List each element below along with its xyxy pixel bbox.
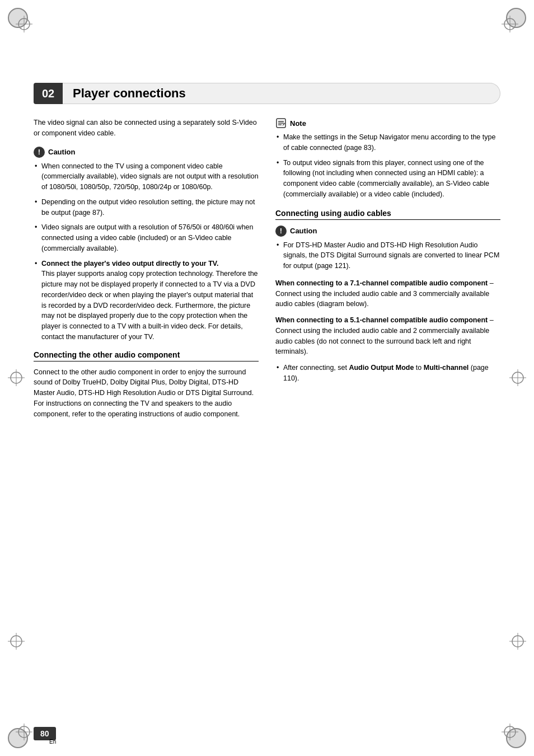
caution-header-right: ! Caution xyxy=(275,226,500,237)
chapter-title-bar: Player connections xyxy=(63,83,500,104)
note-icon xyxy=(275,118,287,129)
crosshair-low-right xyxy=(509,633,526,650)
crosshair-br xyxy=(502,724,518,740)
chapter-header: 02 Player connections xyxy=(34,83,500,104)
after-item: After connecting, set Audio Output Mode … xyxy=(275,363,500,384)
note-label: Note xyxy=(290,119,306,128)
section-heading-audio: Connecting the other audio component xyxy=(34,350,259,361)
caution-box-left: ! Caution When connected to the TV using… xyxy=(34,147,259,342)
caution-item-4: Connect the player's video output direct… xyxy=(34,259,259,342)
caution-item-3: Video signals are output with a resoluti… xyxy=(34,222,259,253)
note-header: Note xyxy=(275,118,500,129)
note-list: Make the settings in the Setup Navigator… xyxy=(275,132,500,200)
caution-header-left: ! Caution xyxy=(34,147,259,158)
crosshair-mid-right xyxy=(509,369,526,386)
section-heading-audio-cables: Connecting using audio cables xyxy=(275,209,500,220)
after-text: After connecting, set xyxy=(283,364,349,372)
after-list: After connecting, set Audio Output Mode … xyxy=(275,363,500,384)
note-item-2: To output video signals from this player… xyxy=(275,158,500,200)
para-71: When connecting to a 7.1-channel compati… xyxy=(275,278,500,309)
caution-icon-left: ! xyxy=(34,147,45,158)
crosshair-tl xyxy=(16,16,32,32)
page-lang: En xyxy=(49,739,56,745)
chapter-title: Player connections xyxy=(73,86,186,101)
crosshair-tr xyxy=(502,16,518,32)
section-audio-text: Connect to the other audio component in … xyxy=(34,367,259,420)
caution-item-right-1: For DTS-HD Master Audio and DTS-HD High … xyxy=(275,240,500,271)
after-bold2: Multi-channel xyxy=(424,364,469,372)
caution-item-2: Depending on the output video resolution… xyxy=(34,197,259,218)
intro-text: The video signal can also be connected u… xyxy=(34,118,259,139)
after-bold1: Audio Output Mode xyxy=(349,364,414,372)
caution-list-right: For DTS-HD Master Audio and DTS-HD High … xyxy=(275,240,500,271)
caution-icon-right: ! xyxy=(275,226,287,237)
content-area: The video signal can also be connected u… xyxy=(34,118,500,700)
caution-item-1: When connected to the TV using a compone… xyxy=(34,161,259,192)
left-column: The video signal can also be connected u… xyxy=(34,118,259,700)
para-51: When connecting to a 5.1-channel compati… xyxy=(275,315,500,357)
after-text2: to xyxy=(414,364,423,372)
caution-label-right: Caution xyxy=(290,227,317,235)
note-box-right: Note Make the settings in the Setup Navi… xyxy=(275,118,500,200)
crosshair-low-left xyxy=(8,633,25,650)
para-51-bold: When connecting to a 5.1-channel compati… xyxy=(275,316,488,324)
caution-box-right: ! Caution For DTS-HD Master Audio and DT… xyxy=(275,226,500,271)
right-column: Note Make the settings in the Setup Navi… xyxy=(275,118,500,700)
note-item-1: Make the settings in the Setup Navigator… xyxy=(275,132,500,153)
crosshair-bl xyxy=(16,724,32,740)
para-71-bold: When connecting to a 7.1-channel compati… xyxy=(275,279,488,287)
chapter-number: 02 xyxy=(34,83,63,104)
crosshair-mid-left xyxy=(8,369,25,386)
caution-label-left: Caution xyxy=(48,148,75,156)
caution-list-left: When connected to the TV using a compone… xyxy=(34,161,259,342)
